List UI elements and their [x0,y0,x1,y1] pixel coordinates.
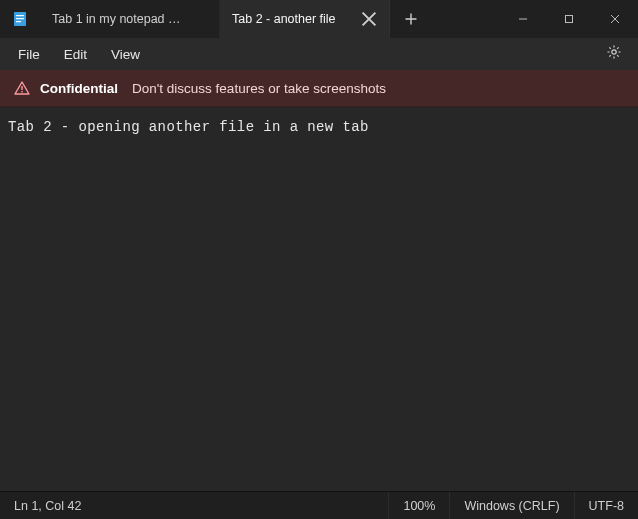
gear-icon [606,44,622,64]
app-icon [0,0,40,38]
svg-rect-4 [566,16,573,23]
warning-icon [14,80,30,96]
tab-strip: Tab 1 in my notepad file Tab 2 - another… [40,0,428,38]
banner-message: Don't discuss features or take screensho… [132,81,386,96]
status-line-ending[interactable]: Windows (CRLF) [449,492,573,519]
title-bar: Tab 1 in my notepad file Tab 2 - another… [0,0,638,38]
minimize-button[interactable] [500,0,546,38]
tab-2[interactable]: Tab 2 - another file [220,0,390,38]
tab-label: Tab 1 in my notepad file [52,12,181,26]
window-controls [500,0,638,38]
status-position[interactable]: Ln 1, Col 42 [0,492,95,519]
menu-file[interactable]: File [6,43,52,66]
status-zoom[interactable]: 100% [388,492,449,519]
text-editor[interactable]: Tab 2 - opening another file in a new ta… [0,107,638,491]
svg-rect-3 [16,21,21,22]
new-tab-button[interactable] [394,0,428,38]
close-tab-icon[interactable] [361,11,377,27]
settings-button[interactable] [600,40,628,68]
svg-rect-1 [16,15,24,16]
svg-rect-2 [16,18,24,19]
svg-rect-6 [21,86,22,90]
menu-view[interactable]: View [99,43,152,66]
svg-point-5 [612,50,616,54]
status-bar: Ln 1, Col 42 100% Windows (CRLF) UTF-8 [0,491,638,519]
maximize-button[interactable] [546,0,592,38]
banner-title: Confidential [40,81,118,96]
menu-edit[interactable]: Edit [52,43,99,66]
svg-rect-7 [21,91,22,92]
menu-bar: File Edit View [0,38,638,70]
info-banner: Confidential Don't discuss features or t… [0,70,638,107]
tab-label: Tab 2 - another file [232,12,351,26]
tab-1[interactable]: Tab 1 in my notepad file [40,0,220,38]
close-window-button[interactable] [592,0,638,38]
status-encoding[interactable]: UTF-8 [574,492,638,519]
